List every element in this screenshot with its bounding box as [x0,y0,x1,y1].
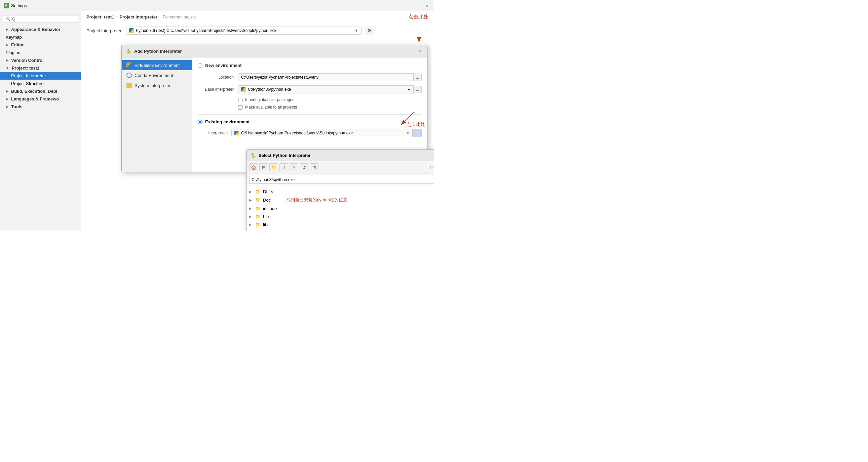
sidebar-item-editor[interactable]: ▶ Editor [0,41,81,49]
annotation-arrow-browse [394,111,421,128]
title-bar: P Settings × [0,0,434,11]
select-interpreter-dialog: 🐍 Select Python Interpreter × 🏠 ⊞ 📁 ↗ ✕ … [246,149,434,231]
tree-item-include[interactable]: ▶ 📁 include [247,204,434,212]
existing-interpreter-row: Interpreter: C:\Users\yezia\PycharmProje… [198,129,422,137]
sidebar-item-version-control[interactable]: ▶ Version Control [0,57,81,64]
sidebar-item-appearance[interactable]: ▶ Appearance & Behavior [0,26,81,33]
tree-label: Doc [263,198,271,203]
toolbar-refresh-button[interactable]: ↺ [300,163,308,171]
system-icon [126,82,132,88]
location-input-group: … [238,73,422,81]
interpreter-label: Project Interpreter: [87,28,123,33]
existing-env-radio-row: Existing environment [198,119,422,124]
sidebar-item-keymap[interactable]: Keymap [0,33,81,41]
search-box[interactable]: 🔍 [3,15,78,23]
sidebar-label: Appearance & Behavior [11,27,61,32]
existing-interpreter-dropdown[interactable]: C:\Users\yezia\PycharmProjects\test1\ven… [231,129,413,137]
tree-item-lib[interactable]: ▶ 📁 Lib [247,212,434,221]
existing-env-label: Existing environment [205,119,250,124]
sidebar-label: Version Control [11,58,44,63]
interpreter-row: Project Interpreter: Python 3.6 (test) C… [81,23,434,38]
base-interpreter-dropdown[interactable]: C:\Python36\python.exe ▼ [238,85,414,93]
make-available-checkbox[interactable] [238,105,243,109]
toolbar-home-button[interactable]: 🏠 [249,163,258,171]
breadcrumb: Project: test1 › Project Interpreter For… [81,11,434,23]
breadcrumb-separator: › [116,15,117,20]
sidebar-item-plugins[interactable]: Plugins [0,49,81,57]
py-icon [241,87,246,92]
virtualenv-icon [126,63,132,68]
existing-interpreter-input-group: C:\Users\yezia\PycharmProjects\test1\ven… [231,129,422,137]
tree-item-dlls[interactable]: ▶ 📁 DLLs [247,188,434,196]
tree-item-scripts[interactable]: ▶ 📁 Scripts [247,229,434,231]
make-available-checkbox-row: Make available to all projects [238,105,422,109]
tree-arrow-icon: ▶ [249,215,253,219]
base-interpreter-browse-button[interactable]: … [414,86,422,93]
tree-arrow-icon: ▶ [249,223,253,227]
sidebar-item-build-execution[interactable]: ▶ Build, Execution, Depl [0,87,81,95]
base-interpreter-label: Base interpreter: [198,87,235,92]
path-input[interactable] [249,176,434,184]
sidebar-item-project-test1[interactable]: ▼ Project: test1 [0,64,81,72]
system-label: System Interpreter [134,83,170,88]
tree-item-doc[interactable]: ▶ 📁 Doc 找到自己安装的python在的位置 [247,196,434,204]
right-panel: Project: test1 › Project Interpreter For… [81,11,434,231]
interpreter-select-dropdown[interactable]: Python 3.6 (test) C:\Users\yezia\Pycharm… [126,27,362,35]
make-available-label: Make available to all projects [245,105,297,109]
existing-interpreter-value: C:\Users\yezia\PycharmProjects\test1\ven… [241,131,353,135]
sidebar-item-tools[interactable]: ▶ Tools [0,103,81,110]
search-input[interactable] [12,17,76,22]
toolbar-grid-button[interactable]: ⊞ [259,163,268,171]
dialog-title-left: 🐍 Add Python Interpreter [126,48,182,54]
new-env-radio-row: New environment [198,63,422,68]
base-interpreter-row: Base interpreter: C:\Python36\python.exe… [198,85,422,93]
dialog-sidebar: Virtualenv Environment Conda Environment… [122,58,192,172]
title-bar-left: P Settings [4,3,27,8]
new-env-radio[interactable] [198,63,203,68]
toolbar-new-folder-button[interactable]: 📁 [269,163,278,171]
folder-icon: 📁 [255,214,261,219]
sidebar-label: Editor [11,42,24,47]
sub-dialog-icon: 🐍 [251,153,256,158]
existing-env-radio[interactable] [198,120,203,124]
dialog-sidebar-virtualenv[interactable]: Virtualenv Environment [122,60,192,70]
folder-icon: 📁 [255,197,261,203]
conda-icon [126,73,132,78]
dialog-sidebar-system-interpreter[interactable]: System Interpreter [122,80,192,90]
annotation-top-right: 点击此处 [408,14,429,20]
toolbar-up-button[interactable]: ↗ [279,163,288,171]
toolbar-toggle-button[interactable]: ⊡ [310,163,318,171]
sidebar-label: Languages & Framewo [11,96,59,101]
existing-interpreter-browse-button[interactable]: ... [413,129,422,137]
toolbar-delete-button[interactable]: ✕ [289,163,298,171]
sub-dialog-toolbar: 🏠 ⊞ 📁 ↗ ✕ ↺ ⊡ Hide path [247,161,434,174]
tree-item-libs[interactable]: ▶ 📁 libs [247,221,434,229]
divider [198,114,422,114]
dialog-sidebar-conda[interactable]: Conda Environment [122,70,192,80]
pycharm-dialog-icon: 🐍 [126,48,131,54]
sidebar-item-languages[interactable]: ▶ Languages & Framewo [0,95,81,103]
dialog-close-button[interactable]: × [418,48,423,55]
tree-arrow-icon: ▶ [249,207,253,210]
pycharm-icon: P [4,3,9,8]
dropdown-arrow-icon: ▼ [354,28,359,33]
interpreter-settings-gear-button[interactable]: ⚙ [365,26,374,35]
home-icon: 🏠 [251,165,256,170]
inherit-checkbox[interactable] [238,98,243,102]
location-browse-button[interactable]: … [414,74,422,81]
hide-path-button[interactable]: Hide path [430,165,434,170]
window-close-button[interactable]: × [424,2,431,9]
expand-icon: ▼ [6,66,9,70]
existing-interpreter-label: Interpreter: [198,131,228,135]
tree-arrow-icon: ▶ [249,190,253,194]
tree-label: Scripts [263,230,276,231]
sidebar-item-project-structure[interactable]: Project Structure [0,79,81,87]
conda-label: Conda Environment [134,73,173,78]
sidebar-item-project-interpreter[interactable]: Project Interpreter [0,72,81,79]
virtualenv-label: Virtualenv Environment [134,63,180,68]
svg-line-3 [401,111,414,125]
for-current-project-label: For current project [163,15,196,20]
location-input[interactable] [238,73,414,81]
expand-icon: ▶ [6,43,8,47]
sidebar-label: Project Structure [11,81,44,86]
